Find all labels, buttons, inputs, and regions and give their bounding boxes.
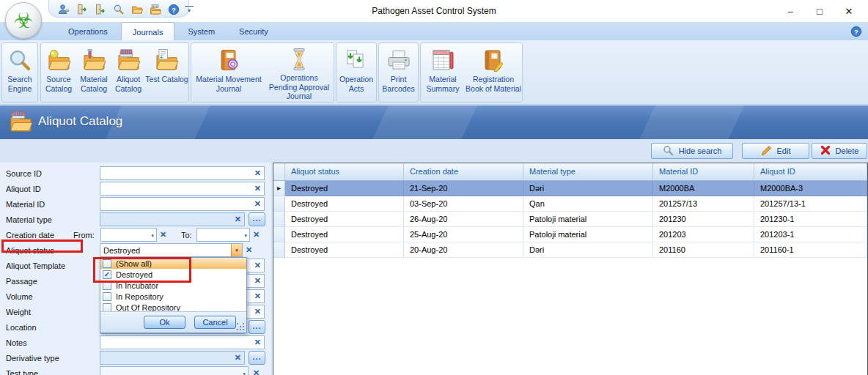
tab-system[interactable]: System — [177, 22, 226, 40]
row-selector[interactable] — [273, 212, 285, 227]
location-browse-button[interactable]: ... — [249, 320, 265, 334]
print-barcodes-button[interactable]: Print Barcodes — [379, 46, 418, 100]
date-to-input[interactable]: ▾ — [196, 228, 250, 242]
operation-acts-button[interactable]: Operation Acts — [336, 46, 376, 100]
table-cell: 201257/13-1 — [754, 196, 867, 212]
table-row[interactable]: Destroyed25-Aug-20Patoloji material20120… — [273, 227, 867, 242]
column-header[interactable]: Material ID — [653, 163, 754, 181]
app-menu-button[interactable]: ☣ — [5, 2, 42, 39]
clear-icon[interactable]: ✕ — [254, 292, 261, 301]
biohazard-icon: ☣ — [14, 10, 34, 31]
table-row[interactable]: Destroyed03-Sep-20Qan201257/13201257/13-… — [273, 196, 867, 212]
source-catalog-button[interactable]: Source Catalog — [41, 46, 76, 100]
table-cell: Patoloji material — [523, 227, 653, 242]
clear-icon[interactable]: ✕ — [160, 230, 166, 240]
clear-icon[interactable]: ✕ — [254, 261, 261, 270]
notes-input[interactable]: ✕ — [100, 335, 265, 349]
row-selector[interactable] — [273, 196, 285, 212]
search-engine-button[interactable]: Search Engine — [2, 46, 37, 100]
clear-icon[interactable]: ✕ — [254, 168, 261, 178]
clear-icon[interactable]: ✕ — [235, 215, 241, 224]
clear-icon[interactable]: ✕ — [254, 307, 261, 316]
column-header[interactable]: Aliquot ID — [754, 163, 867, 181]
clear-icon[interactable]: ✕ — [254, 276, 261, 286]
date-from-input[interactable]: ▾ — [100, 228, 157, 242]
status-option[interactable]: In Repository — [100, 291, 246, 302]
tab-security[interactable]: Security — [228, 22, 279, 40]
row-selector[interactable]: ▸ — [273, 181, 285, 196]
customize-toolbar-button[interactable]: ▾ — [185, 6, 194, 14]
combo-value: Destroyed — [103, 246, 140, 255]
page-header: Aliquot Catalog — [0, 105, 868, 139]
user-icon[interactable] — [58, 4, 70, 15]
source-id-input[interactable]: ✕ — [100, 166, 265, 180]
aliquot-catalog-button[interactable]: Aliquot Catalog — [111, 46, 145, 100]
delete-button[interactable]: Delete — [812, 143, 867, 159]
checkbox-icon[interactable] — [103, 303, 111, 312]
table-row[interactable]: Destroyed20-Aug-20Dəri201160201160-1 — [273, 242, 867, 258]
tab-operations[interactable]: Operations — [57, 22, 119, 40]
table-cell: 20-Aug-20 — [404, 242, 523, 258]
test-type-input[interactable]: ▾ — [100, 366, 249, 375]
column-header[interactable]: Creation date — [404, 163, 523, 181]
aliquot-status-combo[interactable]: Destroyed ▾ — [100, 243, 243, 257]
material-type-input[interactable]: ✕ — [100, 212, 245, 226]
help-icon[interactable]: ? — [168, 4, 180, 15]
cancel-button[interactable]: Cancel — [194, 316, 236, 329]
table-row[interactable]: ▸Destroyed21-Sep-20DəriM2000BAM2000BA-3 — [273, 181, 867, 196]
chevron-down-icon[interactable]: ▾ — [151, 233, 154, 239]
table-cell: Destroyed — [285, 196, 404, 212]
clear-icon[interactable]: ✕ — [246, 245, 252, 255]
edit-button[interactable]: Edit — [742, 143, 809, 159]
clear-icon[interactable]: ✕ — [254, 184, 261, 193]
ribbon-group-acts: Operation Acts — [336, 42, 377, 103]
table-cell: Destroyed — [285, 242, 404, 258]
derivative-type-browse-button[interactable]: ... — [249, 351, 265, 365]
material-movement-journal-button[interactable]: Material Movement Journal — [192, 46, 265, 100]
clear-icon[interactable]: ✕ — [254, 338, 261, 347]
row-selector[interactable] — [273, 242, 285, 258]
material-id-input[interactable]: ✕ — [100, 197, 265, 211]
chevron-down-icon[interactable]: ▾ — [244, 233, 247, 239]
minimize-button[interactable]: – — [776, 0, 805, 22]
clear-icon[interactable]: ✕ — [235, 353, 241, 363]
maximize-button[interactable]: □ — [805, 0, 834, 22]
pending-approval-journal-button[interactable]: Operations Pending Approval Journal — [265, 46, 333, 100]
registration-book-button[interactable]: Registration Book of Material — [465, 46, 522, 100]
to-label: To: — [181, 231, 192, 240]
checkbox-icon[interactable] — [103, 292, 111, 301]
help-icon[interactable]: ? — [850, 26, 862, 37]
tab-journals[interactable]: Journals — [121, 22, 175, 40]
row-selector[interactable] — [273, 227, 285, 242]
table-cell: 201203 — [653, 227, 754, 242]
log-out-icon[interactable] — [95, 4, 106, 15]
hide-search-button[interactable]: Hide search — [651, 143, 733, 159]
aliquot-id-input[interactable]: ✕ — [100, 182, 265, 196]
material-summary-button[interactable]: Material Summary — [421, 46, 465, 100]
chevron-down-icon[interactable]: ▾ — [231, 244, 242, 256]
table-row[interactable]: Destroyed26-Aug-20Patoloji material20123… — [273, 212, 867, 227]
aliquot-folder-icon[interactable] — [150, 4, 161, 15]
clear-icon[interactable]: ✕ — [253, 368, 260, 375]
material-type-browse-button[interactable]: ... — [249, 212, 265, 226]
ok-button[interactable]: Ok — [144, 316, 185, 329]
test-catalog-icon: + — [155, 48, 179, 73]
field-label: Aliquot Template — [6, 261, 65, 270]
chevron-down-icon[interactable]: ▾ — [243, 371, 246, 375]
close-button[interactable]: ✕ — [834, 0, 864, 22]
table-cell: Dəri — [523, 181, 653, 196]
field-label: Derivative type — [6, 354, 59, 363]
column-header[interactable]: Material type — [523, 163, 653, 181]
clear-icon[interactable]: ✕ — [253, 230, 260, 240]
test-catalog-button[interactable]: + Test Catalog — [145, 46, 188, 100]
clear-icon[interactable]: ✕ — [254, 199, 261, 209]
resize-grip[interactable] — [237, 323, 244, 330]
log-in-icon[interactable] — [76, 4, 88, 15]
derivative-type-input[interactable]: ✕ — [100, 351, 245, 365]
field-label: Material ID — [6, 200, 45, 209]
column-header[interactable]: Aliquot status — [285, 163, 404, 181]
material-movement-journal-icon — [217, 48, 240, 73]
open-folder-icon[interactable] — [131, 4, 143, 15]
search-icon[interactable] — [113, 4, 125, 15]
material-catalog-button[interactable]: Material Catalog — [76, 46, 111, 100]
